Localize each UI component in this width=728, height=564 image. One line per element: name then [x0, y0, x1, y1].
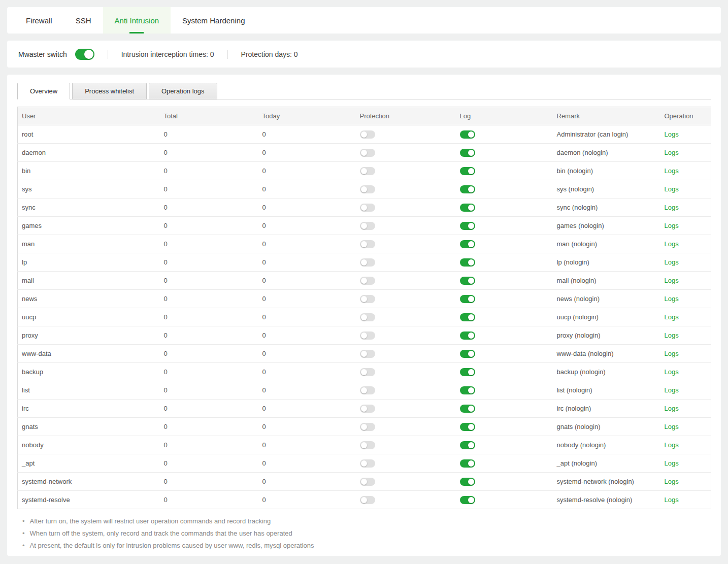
protection-toggle[interactable]	[360, 204, 375, 212]
protection-toggle[interactable]	[360, 423, 375, 431]
remark-cell: _apt (nologin)	[553, 454, 660, 473]
logs-link[interactable]: Logs	[665, 258, 679, 266]
log-toggle[interactable]	[460, 368, 475, 376]
user-cell: mail	[18, 272, 160, 290]
protection-toggle[interactable]	[360, 331, 375, 340]
logs-link[interactable]: Logs	[665, 185, 679, 193]
log-toggle[interactable]	[460, 350, 475, 358]
log-toggle[interactable]	[460, 405, 475, 413]
today-cell: 0	[258, 198, 356, 217]
footer-notes: After turn on, the system will restrict …	[17, 515, 711, 552]
logs-link[interactable]: Logs	[665, 350, 679, 357]
protection-cell	[356, 400, 456, 418]
protection-toggle[interactable]	[360, 149, 375, 157]
total-cell: 0	[160, 235, 258, 253]
log-toggle[interactable]	[460, 222, 475, 230]
protection-toggle[interactable]	[360, 222, 375, 230]
user-cell: daemon	[18, 144, 160, 162]
logs-link[interactable]: Logs	[665, 149, 679, 156]
log-toggle[interactable]	[460, 130, 475, 139]
protection-toggle[interactable]	[360, 277, 375, 285]
log-toggle[interactable]	[460, 204, 475, 212]
today-cell: 0	[258, 473, 356, 491]
protection-toggle[interactable]	[360, 441, 375, 449]
protection-toggle[interactable]	[360, 185, 375, 193]
logs-link[interactable]: Logs	[665, 277, 679, 284]
protection-toggle[interactable]	[360, 240, 375, 248]
total-cell: 0	[160, 180, 258, 198]
top-tab-bar: Firewall SSH Anti Intrusion System Harde…	[7, 7, 721, 34]
total-cell: 0	[160, 272, 258, 290]
remark-cell: proxy (nologin)	[553, 326, 660, 345]
logs-link[interactable]: Logs	[665, 423, 679, 430]
protection-cell	[356, 253, 456, 272]
protection-toggle[interactable]	[360, 496, 375, 504]
protection-toggle[interactable]	[360, 405, 375, 413]
table-row: gnats 0 0 gnats (nologin) Logs	[18, 418, 711, 436]
today-cell: 0	[258, 326, 356, 345]
log-toggle[interactable]	[460, 478, 475, 486]
table-row: nobody 0 0 nobody (nologin) Logs	[18, 436, 711, 454]
protection-toggle[interactable]	[360, 459, 375, 468]
log-toggle[interactable]	[460, 441, 475, 449]
protection-toggle[interactable]	[360, 258, 375, 267]
log-toggle[interactable]	[460, 167, 475, 175]
col-user: User	[18, 107, 160, 125]
protection-toggle[interactable]	[360, 386, 375, 394]
logs-link[interactable]: Logs	[665, 167, 679, 175]
log-toggle[interactable]	[460, 423, 475, 431]
tab-anti-intrusion[interactable]: Anti Intrusion	[103, 7, 171, 34]
logs-link[interactable]: Logs	[665, 441, 679, 449]
protection-toggle[interactable]	[360, 478, 375, 486]
logs-link[interactable]: Logs	[665, 204, 679, 211]
log-toggle[interactable]	[460, 258, 475, 267]
logs-link[interactable]: Logs	[665, 386, 679, 394]
protection-toggle[interactable]	[360, 295, 375, 303]
protection-cell	[356, 436, 456, 454]
total-cell: 0	[160, 308, 258, 326]
logs-link[interactable]: Logs	[665, 496, 679, 504]
subtab-process-whitelist[interactable]: Process whitelist	[72, 83, 147, 99]
log-toggle[interactable]	[460, 331, 475, 340]
master-switch-toggle[interactable]	[75, 49, 94, 60]
logs-link[interactable]: Logs	[665, 405, 679, 412]
log-toggle[interactable]	[460, 459, 475, 468]
log-toggle[interactable]	[460, 185, 475, 193]
today-cell: 0	[258, 418, 356, 436]
log-toggle[interactable]	[460, 386, 475, 394]
tab-ssh[interactable]: SSH	[64, 7, 103, 34]
subtab-operation-logs[interactable]: Operation logs	[149, 83, 217, 99]
logs-link[interactable]: Logs	[665, 222, 679, 229]
subtab-overview[interactable]: Overview	[17, 83, 70, 99]
logs-link[interactable]: Logs	[665, 459, 679, 467]
protection-toggle[interactable]	[360, 368, 375, 376]
operation-cell: Logs	[660, 400, 711, 418]
log-cell	[456, 235, 553, 253]
protection-cell	[356, 381, 456, 400]
protection-toggle[interactable]	[360, 350, 375, 358]
protection-toggle[interactable]	[360, 313, 375, 321]
tab-firewall[interactable]: Firewall	[14, 7, 64, 34]
today-cell: 0	[258, 308, 356, 326]
table-row: backup 0 0 backup (nologin) Logs	[18, 363, 711, 381]
log-toggle[interactable]	[460, 149, 475, 157]
logs-link[interactable]: Logs	[665, 295, 679, 303]
logs-link[interactable]: Logs	[665, 478, 679, 485]
tab-system-hardening[interactable]: System Hardening	[171, 7, 256, 34]
today-cell: 0	[258, 290, 356, 308]
logs-link[interactable]: Logs	[665, 331, 679, 339]
logs-link[interactable]: Logs	[665, 240, 679, 248]
log-cell	[456, 180, 553, 198]
log-toggle[interactable]	[460, 240, 475, 248]
total-cell: 0	[160, 290, 258, 308]
logs-link[interactable]: Logs	[665, 313, 679, 321]
log-toggle[interactable]	[460, 277, 475, 285]
logs-link[interactable]: Logs	[665, 130, 679, 138]
log-toggle[interactable]	[460, 496, 475, 504]
log-toggle[interactable]	[460, 313, 475, 321]
protection-toggle[interactable]	[360, 130, 375, 139]
logs-link[interactable]: Logs	[665, 368, 679, 376]
protection-cell	[356, 162, 456, 180]
protection-toggle[interactable]	[360, 167, 375, 175]
log-toggle[interactable]	[460, 295, 475, 303]
